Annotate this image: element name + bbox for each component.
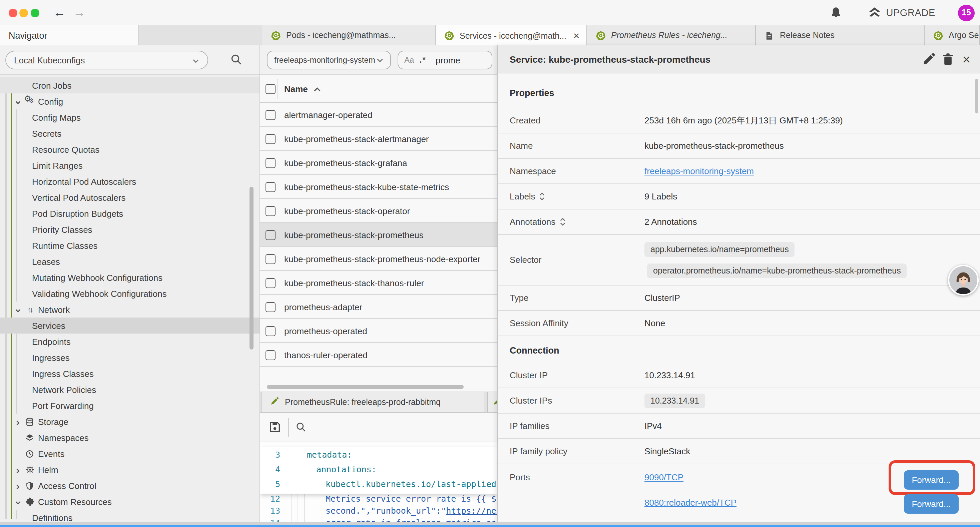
chevron-down-icon[interactable] [15,98,22,105]
table-row[interactable]: kube-prometheus-stack-thanos-ruler [260,271,497,295]
editor-tab-next[interactable] [487,392,497,412]
row-checkbox[interactable] [266,230,275,240]
navigator-panel-tab[interactable]: Navigator [0,25,139,46]
editor-tab-prometheusrule[interactable]: PrometheusRule: freeleaps-prod-rabbitmq [261,392,484,412]
sidebar-scrollbar[interactable] [250,187,253,350]
window-zoom-button[interactable] [30,8,39,17]
sidebar-item-mutating-webhook-configurations[interactable]: Mutating Webhook Configurations [0,269,260,285]
window-close-button[interactable] [8,8,17,17]
sort-toggle-icon[interactable] [559,218,565,226]
sidebar-item-endpoints[interactable]: Endpoints [0,334,260,350]
chevron-down-icon[interactable] [15,306,22,313]
value-chip: 10.233.14.91 [644,393,705,408]
namespace-link[interactable]: freeleaps-monitoring-system [644,166,754,176]
sidebar-item-vertical-pod-autoscalers[interactable]: Vertical Pod Autoscalers [0,189,260,205]
table-row[interactable]: prometheus-operated [260,319,497,343]
tab-release[interactable]: Release Notes [756,25,924,45]
tab-services[interactable]: Services - icecheng@math...✕ [436,25,587,46]
tab-close-icon[interactable]: ✕ [572,31,581,41]
table-row[interactable]: kube-prometheus-stack-operator [260,199,497,223]
upgrade-button[interactable]: UPGRADE [868,6,935,19]
namespace-select[interactable]: freeleaps-monitoring-system [267,51,391,69]
row-checkbox[interactable] [266,302,275,312]
sidebar-item-config[interactable]: ⚙⚙Config [0,93,260,110]
row-checkbox[interactable] [266,326,275,336]
sidebar-item-runtime-classes[interactable]: Runtime Classes [0,237,260,253]
sidebar-item-config-maps[interactable]: Config Maps [0,110,260,126]
search-icon[interactable] [229,53,243,66]
sidebar-item-leases[interactable]: Leases [0,253,260,269]
tab-pods[interactable]: Pods - icecheng@mathmas... [262,25,436,45]
chevron-down-icon[interactable] [15,498,22,505]
table-row[interactable]: thanos-ruler-operated [260,343,497,367]
sidebar-item-resource-quotas[interactable]: Resource Quotas [0,142,260,158]
table-row[interactable]: kube-prometheus-stack-prometheus-node-ex… [260,247,497,271]
row-checkbox[interactable] [266,278,275,288]
table-row[interactable]: alertmanager-operated [260,103,497,127]
notification-count-badge[interactable]: 15 [958,4,975,21]
sidebar-item-storage[interactable]: Storage [0,414,260,430]
forward-button[interactable]: Forward... [904,470,959,490]
chevron-right-icon[interactable] [15,466,22,473]
edit-pencil-icon[interactable] [922,53,935,66]
sidebar-item-port-forwarding[interactable]: Port Forwarding [0,398,260,414]
sidebar-item-ingresses[interactable]: Ingresses [0,350,260,366]
row-checkbox[interactable] [266,134,275,144]
sidebar-item-namespaces[interactable]: Namespaces [0,430,260,446]
name-column-header[interactable]: Name [284,84,308,94]
row-checkbox[interactable] [266,350,275,360]
chevron-right-icon[interactable] [15,482,22,489]
trash-icon[interactable] [941,53,955,66]
row-checkbox[interactable] [266,182,275,192]
bell-icon[interactable] [829,6,843,19]
sidebar-item-events[interactable]: Events [0,446,260,462]
sidebar-item-secrets[interactable]: Secrets [0,126,260,142]
sidebar-item-validating-webhook-configurations[interactable]: Validating Webhook Configurations [0,285,260,301]
sidebar-item-access-control[interactable]: Access Control [0,478,260,494]
editor-link[interactable]: https://netw [446,506,497,516]
row-checkbox[interactable] [266,254,275,264]
table-row[interactable]: kube-prometheus-stack-kube-state-metrics [260,175,497,199]
table-search-input[interactable]: Aa .* prome [398,51,492,69]
sidebar-item-horizontal-pod-autoscalers[interactable]: Horizontal Pod Autoscalers [0,174,260,189]
row-checkbox[interactable] [266,206,275,216]
row-checkbox[interactable] [266,110,275,120]
sidebar-item-services[interactable]: Services [0,318,260,334]
editor-search-icon[interactable] [295,421,307,433]
sidebar-item-network[interactable]: ↑↓Network [0,301,260,318]
port-link[interactable]: 8080:reloader-web/TCP [644,497,737,507]
table-row[interactable]: kube-prometheus-stack-prometheus [260,223,497,247]
tab-prometheus[interactable]: Prometheus Rules - icecheng... [587,25,756,45]
row-checkbox[interactable] [266,158,275,168]
table-horizontal-scrollbar[interactable] [267,385,464,389]
table-row[interactable]: kube-prometheus-stack-grafana [260,151,497,175]
table-row[interactable]: prometheus-adapter [260,295,497,319]
yaml-editor[interactable]: 110", "for": "5m", "labels": {"service":… [260,442,497,524]
select-all-checkbox[interactable] [266,84,275,94]
chevron-right-icon[interactable] [15,418,22,425]
match-case-toggle[interactable]: Aa [404,56,414,65]
forward-arrow-icon[interactable]: → [72,5,87,20]
sidebar-item-priority-classes[interactable]: Priority Classes [0,221,260,237]
sidebar-item-helm[interactable]: Helm [0,462,260,478]
tab-argo[interactable]: Argo Se [924,25,980,45]
sidebar-item-custom-resources[interactable]: Custom Resources [0,494,260,509]
regex-toggle[interactable]: .* [419,56,426,65]
back-arrow-icon[interactable]: ← [52,5,67,20]
kubeconfig-select[interactable]: Local Kubeconfigs [5,51,208,69]
save-icon[interactable] [268,420,282,434]
sidebar-item-ingress-classes[interactable]: Ingress Classes [0,366,260,382]
drawer-scrollbar[interactable] [975,79,978,113]
sidebar-item-network-policies[interactable]: Network Policies [0,382,260,398]
sort-toggle-icon[interactable] [539,192,546,201]
forward-button[interactable]: Forward... [904,494,959,514]
port-link[interactable]: 9090/TCP [644,472,684,482]
close-icon[interactable]: ✕ [962,53,975,67]
sidebar-item-limit-ranges[interactable]: Limit Ranges [0,158,260,174]
window-minimize-button[interactable] [19,8,28,17]
table-row[interactable]: kube-prometheus-stack-alertmanager [260,127,497,151]
table-header[interactable]: Name [260,75,497,103]
user-avatar[interactable] [948,265,978,296]
sidebar-item-cron-jobs[interactable]: Cron Jobs [0,77,260,93]
sidebar-item-pod-disruption-budgets[interactable]: Pod Disruption Budgets [0,205,260,221]
